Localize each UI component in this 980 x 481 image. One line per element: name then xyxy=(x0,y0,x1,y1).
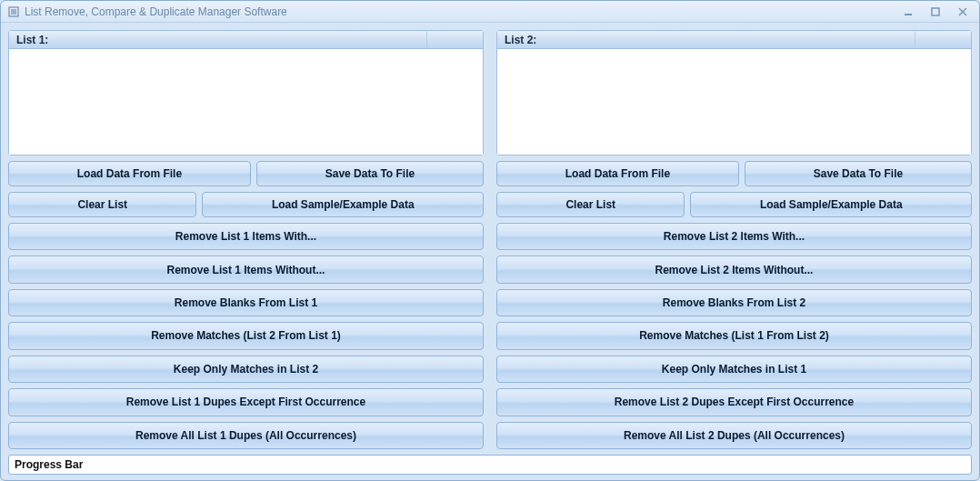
load-sample-button-2[interactable]: Load Sample/Example Data xyxy=(690,192,972,217)
list2-panel: List 2: xyxy=(496,30,972,155)
remove-matches-button-1[interactable]: Remove Matches (List 2 From List 1) xyxy=(8,322,484,349)
remove-with-button-1[interactable]: Remove List 1 Items With... xyxy=(8,223,484,250)
window-title: List Remove, Compare & Duplicate Manager… xyxy=(25,5,897,18)
list1-panel: List 1: xyxy=(8,30,484,155)
list1-body[interactable] xyxy=(9,49,483,155)
list2-header-label: List 2: xyxy=(497,31,915,48)
clear-list-button-1[interactable]: Clear List xyxy=(8,192,196,217)
remove-matches-button-2[interactable]: Remove Matches (List 1 From List 2) xyxy=(496,322,972,349)
keep-matches-button-2[interactable]: Keep Only Matches in List 1 xyxy=(496,356,972,383)
list2-body[interactable] xyxy=(497,49,971,155)
dupes-all-button-2[interactable]: Remove All List 2 Dupes (All Occurrences… xyxy=(496,422,972,449)
lists-row: List 1: List 2: xyxy=(8,30,972,155)
progress-label: Progress Bar xyxy=(15,458,83,471)
buttons-grid: Load Data From File Save Data To File Cl… xyxy=(8,161,972,449)
dupes-all-button-1[interactable]: Remove All List 1 Dupes (All Occurrences… xyxy=(8,422,484,449)
load-data-button-1[interactable]: Load Data From File xyxy=(8,161,251,186)
content-area: List 1: List 2: Load Data From File Save… xyxy=(1,23,979,480)
titlebar: List Remove, Compare & Duplicate Manager… xyxy=(1,1,979,23)
window-controls xyxy=(897,5,974,19)
save-data-button-2[interactable]: Save Data To File xyxy=(745,161,972,186)
save-data-button-1[interactable]: Save Data To File xyxy=(256,161,484,186)
right-column: Load Data From File Save Data To File Cl… xyxy=(496,161,972,449)
list1-header[interactable]: List 1: xyxy=(9,31,483,49)
minimize-button[interactable] xyxy=(897,5,919,19)
app-icon xyxy=(6,5,21,19)
svg-rect-5 xyxy=(932,8,939,15)
remove-without-button-2[interactable]: Remove List 2 Items Without... xyxy=(496,256,972,283)
close-button[interactable] xyxy=(952,5,974,19)
remove-blanks-button-2[interactable]: Remove Blanks From List 2 xyxy=(496,289,972,316)
left-column: Load Data From File Save Data To File Cl… xyxy=(8,161,484,449)
list1-header-label: List 1: xyxy=(9,31,427,48)
remove-blanks-button-1[interactable]: Remove Blanks From List 1 xyxy=(8,289,484,316)
maximize-button[interactable] xyxy=(925,5,946,19)
load-data-button-2[interactable]: Load Data From File xyxy=(496,161,739,186)
list2-header[interactable]: List 2: xyxy=(497,31,971,49)
keep-matches-button-1[interactable]: Keep Only Matches in List 2 xyxy=(8,356,484,383)
dupes-except-first-button-1[interactable]: Remove List 1 Dupes Except First Occurre… xyxy=(8,388,484,416)
dupes-except-first-button-2[interactable]: Remove List 2 Dupes Except First Occurre… xyxy=(496,388,972,416)
load-sample-button-1[interactable]: Load Sample/Example Data xyxy=(202,192,484,217)
progress-bar: Progress Bar xyxy=(8,455,972,475)
clear-list-button-2[interactable]: Clear List xyxy=(496,192,685,217)
app-window: List Remove, Compare & Duplicate Manager… xyxy=(0,0,980,481)
remove-without-button-1[interactable]: Remove List 1 Items Without... xyxy=(8,256,484,283)
remove-with-button-2[interactable]: Remove List 2 Items With... xyxy=(496,223,972,250)
